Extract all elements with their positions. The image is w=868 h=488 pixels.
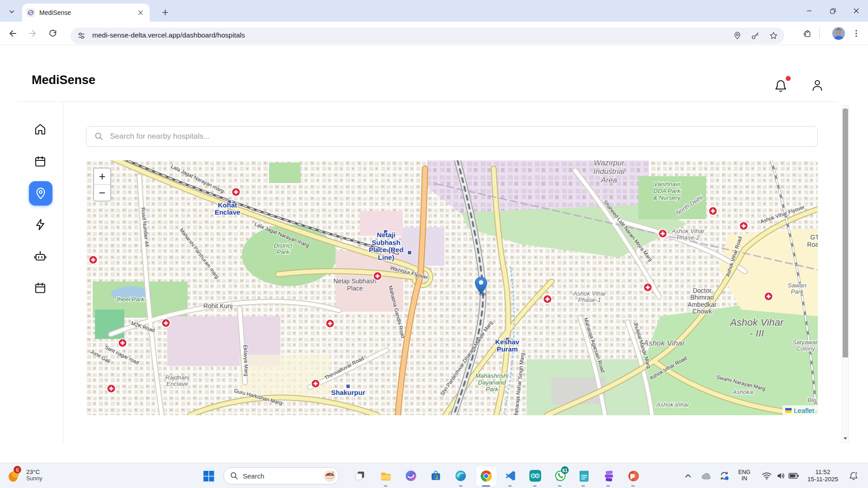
sidebar-item-appointments[interactable] [33,155,47,168]
arduino-button[interactable] [529,469,542,482]
chrome-active-indicator [482,485,490,487]
url-bar[interactable]: medi-sense-delta.vercel.app/dashboard/ho… [71,28,784,44]
notification-dot [786,76,791,81]
hospital-marker[interactable] [311,380,320,388]
volume-tray-icon[interactable] [774,469,787,482]
plus-icon [162,9,169,16]
language-indicator[interactable]: ENG IN [738,469,750,482]
browser-tab-strip: MediSense [0,0,868,22]
notification-center-button[interactable]: z [847,469,860,482]
header-divider [18,101,838,102]
powerpoint-button[interactable]: P [627,469,640,482]
sidebar-item-hospitals-active[interactable] [29,181,52,206]
search-icon [94,132,104,141]
screen: MediSense medi-sense-delta.vercel.app/da… [0,0,868,488]
task-view-icon [354,470,366,482]
back-button[interactable] [8,29,17,38]
microsoft-store-button[interactable] [429,469,442,482]
hospital-marker[interactable] [107,385,116,393]
notifications-button[interactable] [774,79,788,93]
minimize-button[interactable] [797,0,821,22]
sidebar-item-assistant[interactable] [33,249,47,263]
maximize-button[interactable] [821,0,844,22]
hospital-marker[interactable] [709,207,717,216]
copilot-button[interactable] [405,469,417,482]
browser-menu-button[interactable] [852,29,860,38]
file-explorer-icon [380,470,392,482]
notepad-button[interactable] [578,469,590,482]
map-label: Shakurpur [331,389,365,396]
running-indicator [606,485,610,487]
taskbar-search[interactable]: Search [223,467,339,484]
search-highlight-image[interactable] [324,470,336,482]
profile-avatar[interactable] [832,27,845,40]
wifi-tray-icon[interactable] [760,469,773,482]
map-container[interactable]: KohatEnclaveNetajiSubhashPlace (RedLine)… [86,160,818,415]
hospital-marker[interactable] [373,272,382,281]
url-text[interactable]: medi-sense-delta.vercel.app/dashboard/ho… [92,31,245,39]
hospital-search-input[interactable] [109,131,817,141]
tray-expand-button[interactable] [682,469,694,482]
onedrive-tray-icon[interactable] [700,469,712,482]
hospital-search-box[interactable] [86,126,818,147]
arduino-icon [529,470,541,482]
new-tab-button[interactable] [159,6,171,18]
taskbar: 6 23°C Sunny Search [0,463,868,488]
hospital-marker[interactable] [118,339,127,347]
sync-tray-icon[interactable] [718,469,731,482]
hospital-marker[interactable] [764,292,773,301]
running-indicator [459,485,462,487]
hospital-marker[interactable] [162,319,170,328]
weather-widget[interactable]: 6 23°C Sunny [6,466,42,484]
running-indicator [631,485,635,487]
close-icon [854,8,859,14]
reload-icon [48,29,57,38]
file-explorer-button[interactable] [379,469,392,482]
tab-close-button[interactable] [136,8,145,17]
password-key-icon[interactable] [751,31,760,40]
start-button[interactable] [202,469,215,482]
hospital-marker[interactable] [89,256,98,264]
whatsapp-button[interactable]: 61 [554,469,566,482]
bot-icon [33,249,47,263]
clock-date: 15-11-2025 [798,476,848,483]
taskbar-clock[interactable]: 11:52 15-11-2025 [798,469,848,483]
bookmark-star-icon[interactable] [769,31,778,40]
hospital-marker[interactable] [326,319,335,328]
tab-search-button[interactable] [7,7,17,17]
leaflet-map[interactable]: KohatEnclaveNetajiSubhashPlace (RedLine)… [86,160,818,415]
site-info-icon[interactable] [77,31,86,40]
map-label: Ashok Vihar [643,339,685,347]
location-permission-icon[interactable] [733,31,742,40]
scrollbar-thumb[interactable] [843,109,848,357]
browser-tab[interactable]: MediSense [22,4,150,22]
sidebar-item-home[interactable] [33,122,47,136]
back-icon [8,29,17,38]
map-label: Ashok Vihar [656,401,689,408]
close-window-button[interactable] [844,0,868,22]
scroll-down-icon[interactable] [844,437,847,441]
forward-button[interactable] [28,29,37,38]
windows-logo-icon [203,470,214,482]
hospital-marker[interactable] [659,230,667,238]
vscode-button[interactable] [504,469,517,482]
hospital-marker[interactable] [543,295,552,304]
extensions-button[interactable] [803,29,812,38]
stack-app-button[interactable] [603,469,615,482]
hospital-marker[interactable] [644,283,652,292]
sidebar-item-schedule[interactable] [33,281,47,295]
hospital-marker[interactable] [232,188,241,197]
reload-button[interactable] [48,29,57,38]
attribution-link[interactable]: Leaflet [794,407,814,414]
edge-button[interactable] [454,469,467,482]
sidebar-item-quick-actions[interactable] [33,218,47,231]
profile-button[interactable] [811,79,824,92]
zoom-out-button[interactable]: − [94,185,110,201]
chrome-button[interactable] [480,469,492,482]
task-view-button[interactable] [354,469,366,482]
page-scrollbar[interactable] [842,105,849,443]
hospital-marker[interactable] [740,222,748,230]
sidebar [0,102,63,443]
zoom-in-button[interactable]: + [94,169,110,185]
running-indicator [533,485,537,487]
